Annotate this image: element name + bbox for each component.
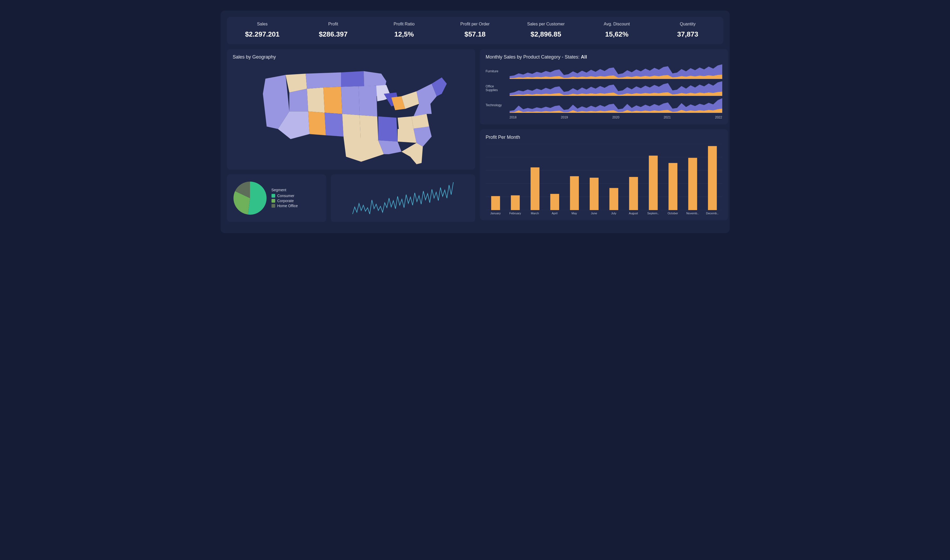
- kpi-value: 12,5%: [369, 30, 440, 38]
- swatch-icon: [271, 204, 275, 208]
- svg-rect-7: [510, 195, 520, 210]
- svg-rect-11: [590, 178, 598, 210]
- month-label: Septem..: [643, 212, 663, 215]
- kpi-label: Sales: [227, 22, 298, 26]
- card-title: Sales by Geography: [233, 54, 469, 60]
- legend-item-consumer: Consumer: [271, 194, 298, 198]
- month-label: August: [624, 212, 643, 215]
- legend-item-home-office: Home Office: [271, 204, 298, 208]
- us-choropleth-map[interactable]: [250, 63, 452, 164]
- legend-label: Consumer: [278, 194, 295, 198]
- trend-sparkline-chart[interactable]: [337, 180, 469, 217]
- swatch-icon: [271, 199, 275, 203]
- month-label: April: [544, 212, 564, 215]
- area-label: Office Supplies: [486, 85, 507, 92]
- year-tick: 2018: [510, 115, 517, 119]
- legend-item-corporate: Corporate: [271, 198, 298, 203]
- kpi-value: $2.297.201: [227, 30, 298, 38]
- kpi-value: $57.18: [440, 30, 510, 38]
- legend-label: Corporate: [278, 198, 294, 203]
- kpi-label: Profit Ratio: [369, 22, 440, 26]
- month-label: Novemb..: [683, 212, 702, 215]
- kpi-value: $2,896.85: [510, 30, 581, 38]
- svg-rect-12: [609, 188, 618, 210]
- swatch-icon: [271, 194, 275, 198]
- card-title: Profit Per Month: [486, 135, 722, 140]
- svg-rect-16: [688, 158, 697, 210]
- month-label: January: [486, 212, 505, 215]
- svg-rect-8: [531, 168, 539, 210]
- area-label: Technology: [486, 103, 507, 107]
- kpi-sales-per-customer: Sales per Customer $2,896.85: [510, 22, 581, 38]
- bar-x-labels: January February March April May June Ju…: [486, 212, 722, 215]
- area-label: Furniture: [486, 69, 507, 73]
- kpi-value: 37,873: [652, 30, 723, 38]
- legend-title: Segment: [271, 188, 298, 192]
- dashboard: Sales $2.297.201 Profit $286.397 Profit …: [221, 11, 729, 233]
- card-title: Monthly Sales by Product Category - Stat…: [486, 54, 722, 60]
- area-chart-furniture[interactable]: [510, 63, 722, 79]
- kpi-profit-ratio: Profit Ratio 12,5%: [369, 22, 440, 38]
- svg-rect-6: [491, 196, 500, 210]
- svg-rect-13: [629, 177, 638, 210]
- segment-legend: Segment Consumer Corporate Home Office: [271, 188, 298, 209]
- legend-label: Home Office: [278, 204, 298, 208]
- card-segment-pie: Segment Consumer Corporate Home Office: [227, 174, 326, 222]
- segment-pie-chart[interactable]: [233, 181, 267, 215]
- svg-rect-9: [550, 194, 559, 210]
- month-label: February: [505, 212, 525, 215]
- states-filter-value[interactable]: All: [581, 54, 587, 60]
- kpi-label: Avg. Discount: [581, 22, 652, 26]
- svg-rect-15: [668, 163, 677, 210]
- svg-rect-14: [649, 155, 657, 210]
- profit-bar-chart[interactable]: [486, 144, 722, 210]
- kpi-bar: Sales $2.297.201 Profit $286.397 Profit …: [227, 17, 723, 44]
- month-label: July: [604, 212, 623, 215]
- title-prefix: Monthly Sales by Product Category - Stat…: [486, 54, 581, 60]
- kpi-sales: Sales $2.297.201: [227, 22, 298, 38]
- area-row-office-supplies: Office Supplies: [486, 80, 722, 96]
- x-axis-years: 2018 2019 2020 2021 2022: [510, 115, 722, 119]
- kpi-label: Profit per Order: [440, 22, 510, 26]
- kpi-label: Quantity: [652, 22, 723, 26]
- year-tick: 2022: [715, 115, 722, 119]
- kpi-label: Sales per Customer: [510, 22, 581, 26]
- month-label: Decemb..: [702, 212, 722, 215]
- month-label: June: [584, 212, 604, 215]
- kpi-quantity: Quantity 37,873: [652, 22, 723, 38]
- year-tick: 2021: [664, 115, 671, 119]
- kpi-value: 15,62%: [581, 30, 652, 38]
- month-label: May: [564, 212, 584, 215]
- svg-rect-10: [570, 176, 578, 210]
- kpi-profit: Profit $286.397: [298, 22, 369, 38]
- area-row-furniture: Furniture: [486, 63, 722, 79]
- kpi-label: Profit: [298, 22, 369, 26]
- month-label: March: [525, 212, 544, 215]
- card-profit-per-month: Profit Per Month January February March …: [480, 129, 728, 220]
- area-row-technology: Technology: [486, 97, 722, 113]
- kpi-profit-per-order: Profit per Order $57.18: [440, 22, 510, 38]
- svg-rect-17: [708, 146, 717, 210]
- kpi-avg-discount: Avg. Discount 15,62%: [581, 22, 652, 38]
- kpi-value: $286.397: [298, 30, 369, 38]
- area-chart-technology[interactable]: [510, 97, 722, 113]
- card-sales-geography: Sales by Geography: [227, 49, 475, 169]
- area-chart-office-supplies[interactable]: [510, 80, 722, 96]
- year-tick: 2019: [561, 115, 568, 119]
- card-trend-sparkline: [331, 174, 475, 222]
- month-label: October: [663, 212, 682, 215]
- year-tick: 2020: [612, 115, 619, 119]
- card-monthly-sales: Monthly Sales by Product Category - Stat…: [480, 49, 728, 125]
